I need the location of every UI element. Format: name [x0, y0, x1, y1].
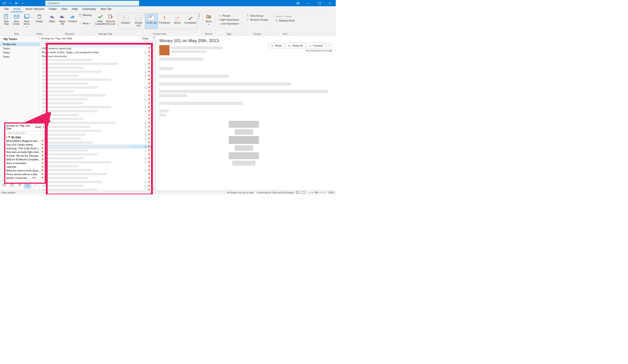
flag-icon[interactable]: ⚑ — [148, 114, 150, 117]
task-row[interactable]: ⚑ — [40, 152, 152, 156]
task-row[interactable]: ⚑ — [40, 105, 152, 109]
flag-icon[interactable]: ⚑ — [41, 151, 44, 154]
task-row[interactable]: ⚑ — [40, 78, 152, 82]
view-detailed[interactable]: Detailed — [119, 14, 132, 28]
flag-icon[interactable]: ⚑ — [148, 177, 150, 180]
scroll-up-icon[interactable]: ▲ — [152, 36, 155, 39]
task-row[interactable]: ⚑ — [40, 129, 152, 133]
reading-reply-all-button[interactable]: Reply All — [285, 43, 306, 48]
forward-button[interactable]: Forward — [68, 13, 77, 23]
peek-task-row[interactable]: carbonite⚑ — [5, 165, 45, 169]
flag-icon[interactable]: ⚑ — [148, 133, 150, 136]
task-row[interactable]: ICR Freelance opportunity⚑ — [40, 46, 152, 50]
flag-icon[interactable]: ⚑ — [148, 141, 150, 144]
tab-view[interactable]: View — [59, 6, 70, 12]
reply-all-button[interactable]: Reply All — [57, 13, 67, 25]
flag-icon[interactable]: ⚑ — [148, 47, 150, 50]
arrange-by-label[interactable]: Arrange by: Flag: Due Date — [41, 37, 72, 40]
display-options-icon[interactable] — [295, 0, 302, 6]
task-row[interactable]: Phone depth of field, Tadaa, Luxi assign… — [40, 50, 152, 54]
new-email-button[interactable]: New Email — [11, 13, 21, 25]
flag-icon[interactable]: ⚑ — [148, 173, 150, 176]
task-row[interactable]: ⚑ — [40, 149, 152, 152]
view-simple-list[interactable]: Simple List — [132, 14, 145, 28]
nav-tasks-1[interactable]: Tasks - — [0, 46, 40, 51]
peek-task-row[interactable]: What you need to know about th...⚑ — [5, 169, 45, 172]
flag-icon[interactable]: ⚑ — [148, 106, 150, 109]
tab-folder[interactable]: Folder — [47, 6, 59, 12]
qat-customize-icon[interactable]: ▾ — [20, 1, 24, 5]
task-row[interactable]: ⚑ — [40, 137, 152, 141]
task-scrollbar[interactable]: ▲ ▼ — [152, 36, 155, 190]
task-row[interactable]: ⚑ — [40, 184, 152, 188]
flag-icon[interactable]: ⚑ — [148, 55, 150, 58]
reading-reply-button[interactable]: Reply — [268, 43, 284, 48]
view-scroll-up[interactable]: ▲ — [198, 13, 200, 15]
remove-from-list-button[interactable]: Remove from List — [106, 13, 115, 25]
reading-more-button[interactable]: ⋯ — [326, 43, 332, 48]
task-row[interactable]: ⚑ — [40, 121, 152, 125]
peek-task-row[interactable]: Saw your Canary review...⚑ — [5, 143, 45, 146]
flag-icon[interactable]: ⚑ — [148, 125, 150, 128]
flag-icon[interactable]: ⚑ — [148, 78, 150, 81]
flag-icon[interactable]: ⚑ — [148, 169, 150, 172]
task-row[interactable]: ⚑ — [40, 93, 152, 97]
new-task-button[interactable]: New Task — [1, 13, 11, 25]
flag-icon[interactable]: ⚑ — [148, 118, 150, 121]
view-reading-icon[interactable] — [302, 191, 305, 194]
refresh-icon[interactable] — [2, 1, 6, 5]
peek-today[interactable]: Today — [35, 126, 41, 128]
flag-icon[interactable]: ⚑ — [148, 70, 150, 73]
view-completed[interactable]: Completed — [184, 14, 197, 28]
flag-icon[interactable]: ⚑ — [148, 149, 150, 152]
nav-todo-list[interactable]: To-Do List — [0, 42, 40, 46]
peek-task-row[interactable]: New start-up builds fight-robots;...⚑ — [5, 150, 45, 154]
scroll-down-icon[interactable]: ▼ — [152, 187, 155, 190]
flag-icon[interactable]: ⚑ — [148, 62, 150, 65]
task-row[interactable]: ⚑ — [40, 97, 152, 101]
flag-icon[interactable]: ⚑ — [41, 173, 44, 176]
peek-task-row[interactable]: iammoog: "This Is My Horse (Ra...⚑ — [5, 146, 45, 150]
new-items-button[interactable]: New Items▾ — [22, 13, 31, 28]
view-active[interactable]: Active — [171, 14, 184, 28]
task-row[interactable]: ⚑ — [40, 156, 152, 160]
reading-forward-button[interactable]: Forward — [306, 43, 325, 48]
flag-icon[interactable]: ⚑ — [148, 137, 150, 140]
view-normal-icon[interactable] — [296, 191, 299, 194]
task-row[interactable]: ⚑ — [40, 66, 152, 70]
delete-button[interactable]: Delete — [34, 13, 44, 23]
private-button[interactable]: Private — [218, 14, 240, 17]
view-prioritized[interactable]: !Prioritized — [158, 14, 171, 28]
flag-icon[interactable]: ⚑ — [148, 98, 150, 101]
task-row[interactable]: ⚑ — [40, 160, 152, 164]
flag-icon[interactable]: ⚑ — [41, 147, 44, 150]
task-row[interactable]: Disclosure documents⚑ — [40, 54, 152, 58]
tab-new-tab[interactable]: New Tab — [98, 6, 114, 12]
flag-icon[interactable]: ⚑ — [148, 181, 150, 183]
view-more[interactable]: ≡ — [198, 17, 200, 19]
task-row[interactable]: ⚑ — [40, 82, 152, 86]
flag-icon[interactable]: ⚑ — [148, 153, 150, 156]
task-row[interactable]: ⚑ — [40, 168, 152, 172]
flag-icon[interactable]: ⚑ — [41, 139, 44, 143]
flag-icon[interactable]: ⚑ — [148, 165, 150, 168]
task-row[interactable]: ⚑ — [40, 180, 152, 184]
peek-new-task-input[interactable]: Type a new task — [6, 131, 44, 135]
task-row[interactable]: ⚑ — [40, 125, 152, 129]
tab-help[interactable]: Help — [70, 6, 80, 12]
flag-icon[interactable]: ⚑ — [41, 177, 44, 180]
peek-task-row[interactable]: Phone service without a plan⚑ — [5, 172, 45, 176]
flag-icon[interactable]: ⚑ — [148, 66, 150, 69]
task-row[interactable]: ⚑ — [40, 74, 152, 78]
flag-icon[interactable]: ⚑ — [41, 169, 44, 172]
flag-icon[interactable]: ⚑ — [148, 86, 150, 89]
touch-icon[interactable]: ▾ — [14, 1, 18, 5]
task-row[interactable]: ⚑ — [40, 164, 152, 168]
address-book-button[interactable]: Address Book — [274, 19, 295, 22]
move-button[interactable]: Move▾ — [204, 13, 214, 26]
search-box[interactable] — [45, 1, 139, 6]
task-row[interactable]: ⚑ — [40, 62, 152, 66]
flag-icon[interactable]: ⚑ — [41, 158, 44, 161]
search-people-input[interactable] — [274, 14, 294, 18]
task-row[interactable]: ⚑ — [40, 113, 152, 117]
